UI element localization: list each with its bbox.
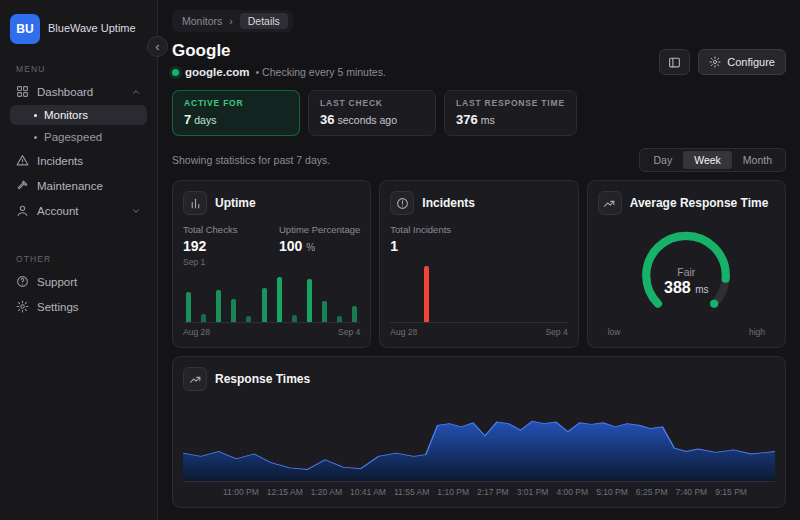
- response-x-labels: 11:00 PM12:15 AM1:20 AM10:41 AM11:55 AM1…: [183, 487, 775, 497]
- uptime-bar: [231, 299, 236, 322]
- range-toggle: Day Week Month: [639, 148, 786, 172]
- uptime-bar: [307, 279, 312, 322]
- sidebar-item-account[interactable]: Account: [10, 199, 147, 222]
- app-window: BU BlueWave Uptime ‹ MENU Dashboard Moni…: [0, 0, 800, 520]
- app-logo: BU: [10, 14, 40, 44]
- uptime-bar: [262, 288, 267, 322]
- uptime-bar: [277, 277, 282, 322]
- gear-icon: [709, 56, 721, 68]
- breadcrumb-monitors[interactable]: Monitors: [182, 15, 222, 27]
- response-x-label: 9:15 PM: [715, 487, 747, 497]
- gear-icon: [16, 300, 29, 313]
- uptime-bar: [352, 306, 357, 322]
- uptime-bar-chart[interactable]: [183, 271, 360, 323]
- checking-note: • Checking every 5 minutes.: [256, 66, 386, 78]
- response-x-label: 10:41 AM: [350, 487, 386, 497]
- response-times-card: Response Times 11:00 PM12:15 AM1:20 AM10…: [172, 356, 786, 508]
- response-chart-svg: [183, 399, 775, 481]
- stat-card-last-check: LAST CHECK 36seconds ago: [308, 90, 436, 136]
- monitor-host: google.com: [185, 66, 250, 78]
- response-x-label: 1:20 AM: [311, 487, 342, 497]
- uptime-card: Uptime Total Checks 192 Sep 1 Uptime Per…: [172, 180, 371, 348]
- x-axis-start: Aug 28: [390, 327, 417, 337]
- response-times-chart[interactable]: [183, 399, 775, 482]
- x-axis-end: Sep 4: [545, 327, 567, 337]
- sidebar-item-support[interactable]: Support: [10, 270, 147, 293]
- stat-card-last-response-time: LAST RESPONSE TIME 376ms: [444, 90, 577, 136]
- response-x-label: 1:10 PM: [437, 487, 469, 497]
- sidebar-item-incidents[interactable]: Incidents: [10, 149, 147, 172]
- sidebar-item-dashboard[interactable]: Dashboard: [10, 80, 147, 103]
- gauge-high-label: high: [749, 327, 765, 337]
- stat-card-active-for: ACTIVE FOR 7days: [172, 90, 300, 136]
- response-x-label: 7:40 PM: [676, 487, 708, 497]
- range-week-button[interactable]: Week: [683, 151, 732, 169]
- response-x-label: 3:01 PM: [517, 487, 549, 497]
- breadcrumb-separator: ›: [229, 15, 233, 27]
- bullet-icon: [34, 114, 37, 117]
- uptime-bar: [246, 316, 251, 322]
- alert-circle-icon: [390, 191, 414, 215]
- response-x-label: 12:15 AM: [267, 487, 303, 497]
- sidebar-item-pagespeed[interactable]: Pagespeed: [10, 127, 147, 147]
- user-icon: [16, 204, 29, 217]
- incidents-bar-chart[interactable]: [390, 258, 567, 323]
- card-title: Incidents: [422, 196, 475, 210]
- configure-label: Configure: [727, 56, 775, 68]
- response-x-label: 11:55 AM: [394, 487, 429, 497]
- uptime-percentage-metric: Uptime Percentage 100 %: [279, 224, 360, 267]
- sidebar-item-monitors[interactable]: Monitors: [10, 105, 147, 125]
- main-content: Monitors › Details Google google.com • C…: [158, 0, 800, 520]
- header-actions: Configure: [659, 49, 786, 75]
- response-x-label: 11:00 PM: [223, 487, 259, 497]
- response-x-label: 5:10 PM: [596, 487, 628, 497]
- x-axis-start: Aug 28: [183, 327, 210, 337]
- response-gauge: Fair 388 ms: [598, 217, 775, 327]
- uptime-bar: [337, 316, 342, 322]
- uptime-bar: [201, 314, 206, 322]
- app-name: BlueWave Uptime: [48, 22, 136, 36]
- app-brand[interactable]: BU BlueWave Uptime: [10, 14, 147, 44]
- date-hint: Sep 1: [183, 257, 237, 267]
- bar-chart-icon: [183, 191, 207, 215]
- gauge-progress: [647, 236, 727, 304]
- card-title: Average Response Time: [630, 196, 769, 210]
- stat-value: 376ms: [456, 112, 565, 127]
- range-month-button[interactable]: Month: [732, 151, 783, 169]
- card-title: Response Times: [215, 372, 310, 386]
- sidebar-item-label: Settings: [37, 301, 79, 313]
- incident-bar: [424, 266, 429, 322]
- stat-label: LAST RESPONSE TIME: [456, 98, 565, 108]
- uptime-bar: [186, 292, 191, 322]
- response-x-label: 2:17 PM: [477, 487, 509, 497]
- sidebar-item-label: Pagespeed: [44, 131, 102, 143]
- stat-value: 36seconds ago: [320, 112, 424, 127]
- breadcrumb: Monitors › Details: [172, 10, 293, 32]
- stat-label: ACTIVE FOR: [184, 98, 288, 108]
- chevron-up-icon: [131, 87, 141, 97]
- range-day-button[interactable]: Day: [642, 151, 683, 169]
- total-checks-metric: Total Checks 192 Sep 1: [183, 224, 237, 267]
- configure-button[interactable]: Configure: [698, 49, 786, 75]
- monitor-heading: Google google.com • Checking every 5 min…: [172, 41, 386, 78]
- card-title: Uptime: [215, 196, 256, 210]
- sidebar-item-label: Maintenance: [37, 180, 103, 192]
- sidebar-item-label: Support: [37, 276, 77, 288]
- status-page-button[interactable]: [659, 49, 690, 75]
- uptime-bar: [322, 301, 327, 322]
- average-response-time-card: Average Response Time Fair 388 ms low hi…: [587, 180, 786, 348]
- sidebar-item-settings[interactable]: Settings: [10, 295, 147, 318]
- breadcrumb-details: Details: [240, 13, 288, 29]
- bullet-icon: [34, 136, 37, 139]
- menu-section-label: MENU: [16, 64, 141, 74]
- alert-triangle-icon: [16, 154, 29, 167]
- sidebar-collapse-button[interactable]: ‹: [147, 36, 168, 57]
- sidebar-item-label: Dashboard: [37, 86, 93, 98]
- other-section-label: OTHER: [16, 254, 141, 264]
- panel-icon: [668, 56, 681, 69]
- sidebar-item-maintenance[interactable]: Maintenance: [10, 174, 147, 197]
- stats-period-note: Showing statistics for past 7 days.: [172, 154, 330, 166]
- sidebar-item-label: Account: [37, 205, 79, 217]
- dashboard-icon: [16, 85, 29, 98]
- total-incidents-metric: Total Incidents 1: [390, 224, 451, 254]
